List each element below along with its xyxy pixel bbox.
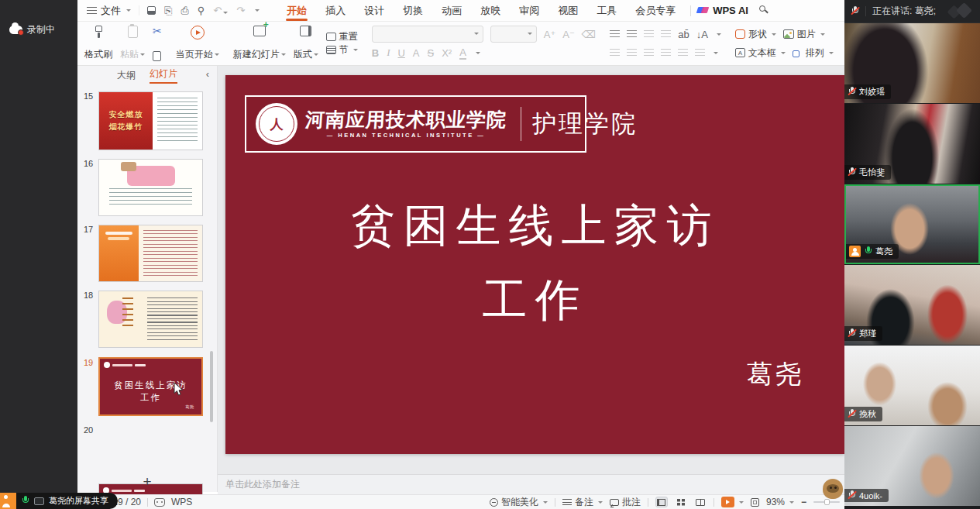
- slide-thumbnail-16[interactable]: [98, 159, 203, 216]
- tab-transition[interactable]: 切换: [394, 0, 432, 21]
- text-sort-icon[interactable]: ↓A: [696, 29, 708, 40]
- wps-ai-button[interactable]: WPS AI: [697, 5, 748, 16]
- divider: [690, 5, 691, 16]
- arrange-button[interactable]: 排列: [793, 46, 834, 60]
- thumbnail-header-band: [104, 362, 146, 368]
- shapes-button[interactable]: 形状: [735, 28, 776, 41]
- slideshow-button[interactable]: [721, 497, 744, 507]
- slide-signature[interactable]: 葛尧: [721, 357, 830, 392]
- cut-icon[interactable]: ✂: [153, 26, 162, 36]
- tab-slideshow[interactable]: 放映: [472, 0, 509, 21]
- slide-title-line1[interactable]: 贫困生线上家访: [225, 196, 844, 256]
- fit-window-icon[interactable]: [751, 498, 759, 507]
- text-effect-button[interactable]: A: [413, 47, 420, 59]
- tab-view[interactable]: 视图: [549, 0, 586, 21]
- notes-button[interactable]: 备注: [562, 496, 603, 509]
- notes-area[interactable]: 单击此处添加备注: [218, 474, 844, 494]
- bold-button[interactable]: B: [372, 47, 379, 59]
- participant-video-tile[interactable]: 毛怡斐: [844, 104, 980, 184]
- save-icon[interactable]: [147, 6, 156, 15]
- print-icon[interactable]: ⎙: [181, 5, 188, 15]
- add-slide-button[interactable]: +: [77, 473, 217, 490]
- new-slide-button[interactable]: 新建幻灯片: [233, 26, 286, 61]
- smart-beautify-button[interactable]: 智能美化: [490, 496, 548, 509]
- text-direction-icon[interactable]: ab̄: [678, 29, 689, 40]
- slide-thumbnail-17[interactable]: [98, 225, 203, 282]
- new-slide-label: 新建幻灯片: [233, 48, 280, 61]
- zoom-level[interactable]: 93%: [766, 497, 785, 507]
- comments-button[interactable]: 批注: [610, 496, 641, 509]
- justify-icon[interactable]: [661, 49, 671, 57]
- slide-sorter-view-button[interactable]: [675, 497, 687, 507]
- panel-collapse-icon[interactable]: ‹: [206, 68, 209, 80]
- search-icon[interactable]: [759, 5, 769, 15]
- tab-design[interactable]: 设计: [356, 0, 393, 21]
- tab-slides[interactable]: 幻灯片: [150, 67, 177, 84]
- slide-thumbnail-15[interactable]: 安全燃放 烟花爆竹: [98, 91, 203, 150]
- menu-bar: 文件 ⎘ ⎙ ⚲ ↶ ↷ 开始 插入 设计 切换 动画 放映 审阅 视图: [77, 0, 844, 22]
- align-left-icon[interactable]: [610, 49, 620, 57]
- tab-outline[interactable]: 大纲: [117, 69, 136, 82]
- distribute-icon[interactable]: [678, 49, 688, 57]
- output-icon[interactable]: ⎘: [164, 5, 172, 15]
- numbered-list-icon[interactable]: [627, 30, 637, 38]
- normal-view-button[interactable]: [655, 497, 668, 507]
- slide-title-line2[interactable]: 工作: [225, 270, 844, 331]
- increase-font-icon[interactable]: A⁺: [544, 29, 556, 40]
- editing-canvas: 人 河南应用技术职业学院 — HENAN TECHNICAL INSTITUTE…: [218, 66, 844, 474]
- slide-thumbnail-18[interactable]: [98, 291, 203, 348]
- reading-view-button[interactable]: [694, 497, 707, 507]
- align-center-icon[interactable]: [627, 49, 637, 57]
- format-painter-button[interactable]: 格式刷: [84, 26, 112, 61]
- slide-thumbnail-19-selected[interactable]: 贫困生线上家访 工作 葛尧: [98, 357, 203, 416]
- picture-button[interactable]: 图片: [783, 28, 825, 41]
- increase-indent-icon[interactable]: [661, 30, 671, 38]
- font-size-select[interactable]: [490, 26, 537, 43]
- reset-button[interactable]: 重置: [326, 30, 358, 43]
- paste-button[interactable]: 粘贴: [120, 26, 145, 61]
- superscript-button[interactable]: X²: [442, 47, 452, 59]
- section-button[interactable]: 节: [326, 43, 358, 57]
- undo-icon[interactable]: ↶: [213, 5, 228, 15]
- clear-format-icon[interactable]: ⌫: [582, 29, 596, 40]
- line-spacing-icon[interactable]: [695, 49, 705, 57]
- school-banner[interactable]: 人 河南应用技术职业学院 — HENAN TECHNICAL INSTITUTE…: [245, 95, 586, 153]
- participant-video-tile[interactable]: 刘姣瑶: [844, 23, 980, 103]
- picture-icon: [783, 29, 794, 39]
- ribbon-collapse-icon[interactable]: [255, 9, 260, 12]
- align-right-icon[interactable]: [644, 49, 654, 57]
- redo-icon[interactable]: ↷: [236, 5, 245, 15]
- recording-indicator: 录制中: [9, 23, 55, 36]
- zoom-control[interactable]: 93%: [766, 497, 794, 507]
- bullet-list-icon[interactable]: [610, 30, 620, 38]
- zoom-out-button[interactable]: −: [801, 497, 806, 507]
- decrease-indent-icon[interactable]: [644, 30, 654, 38]
- font-family-select[interactable]: [372, 26, 483, 43]
- participant-video-tile[interactable]: 挽秋: [844, 346, 980, 425]
- italic-button[interactable]: I: [387, 46, 390, 59]
- tab-home[interactable]: 开始: [278, 0, 315, 21]
- zoom-slider[interactable]: [813, 501, 840, 503]
- tab-review[interactable]: 审阅: [511, 0, 548, 21]
- participant-video-tile-speaking[interactable]: 葛尧: [844, 184, 980, 264]
- print-preview-icon[interactable]: ⚲: [198, 5, 205, 15]
- tab-tools[interactable]: 工具: [588, 0, 625, 21]
- copy-icon[interactable]: [153, 51, 161, 61]
- tab-insert[interactable]: 插入: [317, 0, 354, 21]
- participant-video-tile[interactable]: 4uoik-: [844, 426, 980, 506]
- file-menu-button[interactable]: 文件: [77, 4, 139, 18]
- slide-19-canvas[interactable]: 人 河南应用技术职业学院 — HENAN TECHNICAL INSTITUTE…: [225, 75, 844, 454]
- textbox-button[interactable]: A 文本框: [735, 46, 786, 60]
- tab-animation[interactable]: 动画: [433, 0, 470, 21]
- font-color-button[interactable]: A: [459, 46, 466, 60]
- strikethrough-button[interactable]: S: [428, 47, 435, 59]
- tab-membership[interactable]: 会员专享: [627, 0, 684, 21]
- participant-label: 郑瑾: [844, 326, 882, 341]
- panel-scrollbar[interactable]: [210, 351, 213, 422]
- underline-button[interactable]: U: [397, 47, 404, 59]
- layout-button[interactable]: 版式: [294, 26, 318, 61]
- decrease-font-icon[interactable]: A⁻: [562, 29, 575, 40]
- screen-share-pill[interactable]: 葛尧的屏幕共享: [0, 493, 118, 509]
- play-from-current-button[interactable]: 当页开始: [176, 26, 219, 61]
- participant-video-tile[interactable]: 郑瑾: [844, 265, 980, 345]
